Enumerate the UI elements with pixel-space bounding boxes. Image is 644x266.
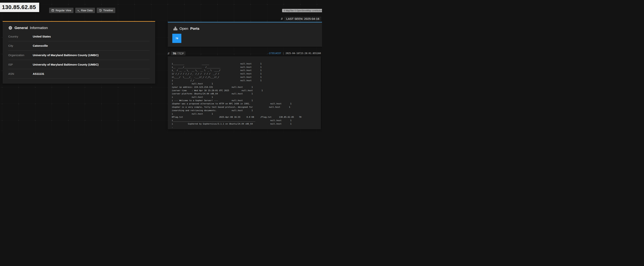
info-row-value: University of Maryland Baltimore County … [33,63,98,66]
banner-line: i null.host 1 [172,96,321,99]
title-general: General [14,26,28,30]
info-row: Country United States [8,32,150,41]
info-row-value: AS11131 [33,72,44,75]
info-row-label: City [8,44,33,47]
banner-line: iserver platform: Ubuntu/24.04 x86_64 nu… [172,92,321,96]
title-information: Information [30,26,48,30]
service-port-number: 70 [173,52,176,55]
info-row: City Catonsville [8,41,150,51]
sitemap-icon [174,27,178,31]
banner-line: i null.host 1 [172,82,321,86]
banner-line: i_________ ______ null.host 1 [172,62,321,66]
globe-icon [8,26,12,30]
banner-line: i --- Welcome to a Gopher Server! --- nu… [172,99,321,102]
banner-line: i /_/ null.host 1 [172,79,321,82]
last-seen-slashes: // [281,17,283,20]
info-row: ASN AS11131 [8,69,150,78]
raw-data-button[interactable]: >_ Raw Data [75,8,95,13]
raw-data-label: Raw Data [81,9,92,12]
browser-window-icon [52,9,54,12]
service-protocol: / TCP [176,52,184,55]
ports-row: 70 [168,32,322,43]
map-attribution[interactable]: © MapTiler © OpenStreetMap contributors [282,9,322,12]
banner-line: iserver time : Wed Apr 16 15:28:01 UTC 2… [172,89,321,92]
title-ports: Ports [190,26,200,31]
service-meta: -173514337 | 2025-04-16T15:28:01.855160 [268,52,321,55]
general-information-panel: General Information Country United State… [3,21,155,84]
regular-view-label: Regular View [56,9,71,12]
service-slashes: // [168,52,169,55]
history-icon [99,9,102,12]
info-row: Organization University of Maryland Balt… [8,50,150,60]
banner-line: isearching and retrieving documents. nul… [172,109,321,112]
banner-line: iyour ip address: 224.123.214.131 null.h… [172,86,321,89]
timeline-label: Timeline [103,9,113,12]
banner-hash-link[interactable]: -173514337 [268,52,281,55]
banner-line: i__ ____/______________ /___________ nul… [172,66,321,69]
banner-timestamp: 2025-04-16T15:28:01.855160 [286,52,321,55]
info-row-value: United States [33,35,51,38]
service-section-header: // 70 / TCP -173514337 | 2025-04-16T15:2… [168,51,321,56]
banner-line: i\____/ \____/_ .___//_/ /_/\___//_/ nul… [172,76,321,79]
info-row-label: ASN [8,72,33,75]
banner-line: 0Flag.txt 2025-Apr-08 16:33 0.0 KB /Flag… [172,116,321,119]
info-row-value: University of Maryland Baltimore County … [33,54,98,57]
banner-line: i null.host 1 [172,112,321,116]
service-port-link[interactable]: 70 / TCP [171,52,186,56]
timeline-button[interactable]: Timeline [97,8,115,13]
regular-view-button[interactable]: Regular View [49,8,74,13]
general-information-rows: Country United States City Catonsville O… [3,32,155,78]
open-ports-panel: Open Ports 70 [168,22,322,47]
banner-line: iGopher was a proposed alternative to HT… [172,102,321,106]
info-row-label: ISP [8,63,33,66]
info-row-label: Country [8,35,33,38]
meta-separator: | [283,52,284,55]
terminal-prompt-icon: >_ [78,9,80,12]
last-seen-indicator: // LAST SEEN: 2025-04-16 [281,16,321,21]
title-open: Open [180,26,188,31]
general-information-title: General Information [3,22,155,32]
banner-line: . [172,126,321,129]
service-banner-terminal: i_________ ______ null.host 1 i__ ____/_… [168,56,321,129]
service-port-heading: // 70 / TCP [168,52,186,56]
banner-line: i_______________________________________… [172,119,321,122]
view-toolbar: Regular View >_ Raw Data Timeline [49,8,115,13]
info-row: ISP University of Maryland Baltimore Cou… [8,60,150,69]
banner-line: i/ /_/ / / /_/ /_ /_/ / / / / __/ / null… [172,72,321,76]
open-ports-title: Open Ports [168,22,322,32]
banner-line: i_ / __ _ \_ __ \_ __ \ _ \ ____/ null.h… [172,69,321,72]
port-70-badge[interactable]: 70 [172,34,181,43]
last-seen-value: LAST SEEN: 2025-04-16 [284,16,321,21]
info-row-label: Organization [8,54,33,57]
banner-line: iGopher is a very simple, fully text bas… [172,106,321,109]
info-row-value: Catonsville [33,44,48,47]
ip-address-title: 130.85.62.85 [0,3,39,12]
banner-line: i Gophered by Gophernicus/3.1.1 on Ubunt… [172,122,321,126]
